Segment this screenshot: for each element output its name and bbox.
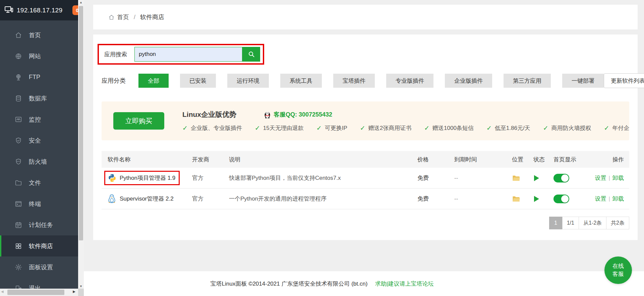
baota-panel-page: 192.168.17.129 0 首页 网站 FTP 数据库 监控 (0, 0, 644, 296)
vertical-scroll-thumb[interactable] (79, 6, 83, 240)
settings-link[interactable]: 设置 (595, 196, 606, 202)
sidebar-item-monitor[interactable]: 监控 (0, 109, 78, 130)
category-tab-systools[interactable]: 系统工具 (280, 74, 322, 88)
page-info: 1/1 (562, 217, 579, 229)
breadcrumb-current: 软件商店 (140, 13, 164, 21)
search-input[interactable] (134, 47, 242, 62)
sidebar-item-security[interactable]: 安全 (0, 130, 78, 151)
breadcrumb-separator: / (134, 14, 135, 21)
feature-list: ✓企业版、专业版插件 ✓15天无理由退款 ✓可更换IP ✓赠送2张商用证书 ✓赠… (182, 124, 629, 132)
sidebar-item-label: FTP (29, 74, 40, 81)
shield-waf-icon: WAF (15, 158, 22, 165)
check-icon: ✓ (255, 124, 260, 132)
page-number-button[interactable]: 1 (549, 217, 563, 229)
settings-link[interactable]: 设置 (595, 175, 606, 181)
sidebar-item-label: 软件商店 (29, 242, 53, 250)
sidebar-item-home[interactable]: 首页 (0, 24, 78, 46)
sidebar-item-label: 首页 (29, 31, 41, 39)
footer: 宝塔Linux面板 ©2014-2021 广东堡塔安全技术有限公司 (bt.cn… (84, 271, 644, 296)
software-name[interactable]: Supervisor管理器 2.2 (120, 195, 174, 203)
appstore-grid-icon (15, 242, 22, 250)
breadcrumb-home-link[interactable]: 首页 (117, 13, 129, 21)
category-tab-entplugin[interactable]: 企业版插件 (445, 74, 492, 88)
sidebar-item-appstore[interactable]: 软件商店 (0, 235, 78, 256)
scroll-down-arrow-icon[interactable]: ▼ (78, 285, 84, 288)
uninstall-link[interactable]: 卸载 (612, 196, 624, 202)
online-support-button[interactable]: 在线 客服 (604, 256, 632, 284)
category-tab-all[interactable]: 全部 (138, 74, 169, 88)
page-total: 共2条 (606, 217, 629, 229)
svg-text:WAF: WAF (17, 160, 20, 162)
table-header-row: 软件名称 开发商 说明 价格 到期时间 位置 状态 首页显示 操作 (102, 151, 629, 168)
sidebar: 192.168.17.129 0 首页 网站 FTP 数据库 监控 (0, 0, 78, 296)
sidebar-item-terminal[interactable]: 终端 (0, 193, 78, 214)
search-label: 应用搜索 (99, 51, 134, 58)
search-icon (247, 50, 255, 58)
footer-copyright: 宝塔Linux面板 ©2014-2021 广东堡塔安全技术有限公司 (bt.cn… (211, 281, 368, 287)
breadcrumb-home-icon (108, 14, 115, 20)
sidebar-item-label: 安全 (29, 137, 41, 145)
search-annotation-box: 应用搜索 (98, 44, 264, 65)
scroll-left-arrow-icon[interactable]: ◀ (1, 290, 4, 293)
scroll-right-arrow-icon[interactable]: ▶ (73, 290, 75, 293)
toggle-knob (561, 195, 569, 203)
running-status-play-icon[interactable] (534, 175, 539, 181)
column-header-status: 状态 (527, 156, 547, 163)
sidebar-item-cron[interactable]: 计划任务 (0, 214, 78, 235)
sidebar-item-label: 监控 (29, 116, 41, 124)
check-icon: ✓ (543, 124, 548, 132)
shield-check-icon (15, 137, 22, 144)
category-tab-proplugin[interactable]: 专业版插件 (386, 74, 433, 88)
python-logo-icon (108, 173, 117, 182)
category-tab-btplugin[interactable]: 宝塔插件 (333, 74, 375, 88)
sidebar-item-files[interactable]: 文件 (0, 172, 78, 193)
column-header-location: 位置 (506, 156, 527, 163)
sidebar-item-website[interactable]: 网站 (0, 46, 78, 67)
table-row: Python项目管理器 1.9 官方 快速部署Python项目，当前仅支持Cen… (102, 168, 629, 189)
column-header-desc: 说明 (223, 156, 411, 163)
software-desc: 快速部署Python项目，当前仅支持Centos7.x (223, 174, 411, 182)
buy-now-button[interactable]: 立即购买 (113, 112, 164, 130)
banner-content: Linux企业版优势 客服QQ: 3007255432 ✓企业版、专业版插件 ✓… (182, 110, 629, 132)
column-header-actions: 操作 (584, 156, 629, 163)
sidebar-item-ftp[interactable]: FTP (0, 67, 78, 88)
search-button[interactable] (242, 47, 260, 62)
horizontal-scroll-thumb[interactable] (7, 290, 64, 295)
software-name[interactable]: Python项目管理器 1.9 (120, 174, 175, 182)
gear-icon (15, 264, 22, 271)
column-header-expire: 到期时间 (448, 156, 506, 163)
software-dev: 官方 (186, 195, 223, 203)
sidebar-item-settings[interactable]: 面板设置 (0, 256, 78, 278)
pagination: 1 1/1 从1-2条 共2条 (102, 217, 629, 229)
category-tab-runtime[interactable]: 运行环境 (227, 74, 269, 88)
check-icon: ✓ (182, 124, 188, 132)
home-display-toggle[interactable] (553, 174, 569, 182)
sidebar-item-firewall[interactable]: WAF 防火墙 (0, 151, 78, 172)
check-icon: ✓ (360, 124, 365, 132)
home-icon (15, 31, 22, 39)
support-qq: 客服QQ: 3007255432 (264, 110, 332, 119)
tux-penguin-icon (108, 194, 117, 203)
running-status-play-icon[interactable] (534, 196, 539, 202)
category-label: 应用分类 (102, 77, 126, 85)
feature-item: 商用防火墙授权 (551, 124, 591, 132)
sidebar-horizontal-scrollbar[interactable]: ◀ ▶ (0, 289, 78, 296)
category-tab-installed[interactable]: 已安装 (180, 74, 216, 88)
home-display-toggle[interactable] (553, 195, 569, 203)
column-header-price: 价格 (411, 156, 448, 163)
open-folder-icon[interactable] (512, 195, 520, 203)
sidebar-vertical-scrollbar[interactable]: ▲ ▼ (78, 0, 84, 289)
support-qq-text: 客服QQ: 3007255432 (274, 110, 332, 119)
category-tab-thirdparty[interactable]: 第三方应用 (504, 74, 551, 88)
open-folder-icon[interactable] (512, 174, 520, 182)
footer-forum-link[interactable]: 求助|建议请上宝塔论坛 (375, 281, 433, 287)
update-software-list-button[interactable]: 更新软件列表 (604, 73, 644, 88)
scroll-up-arrow-icon[interactable]: ▲ (78, 1, 84, 4)
check-icon: ✓ (316, 124, 322, 132)
sidebar-item-database[interactable]: 数据库 (0, 88, 78, 109)
software-price: 免费 (411, 174, 448, 182)
category-tab-deploy[interactable]: 一键部署 (562, 74, 604, 88)
software-expire: -- (448, 196, 506, 202)
sidebar-item-label: 面板设置 (29, 263, 53, 271)
uninstall-link[interactable]: 卸载 (612, 175, 624, 181)
